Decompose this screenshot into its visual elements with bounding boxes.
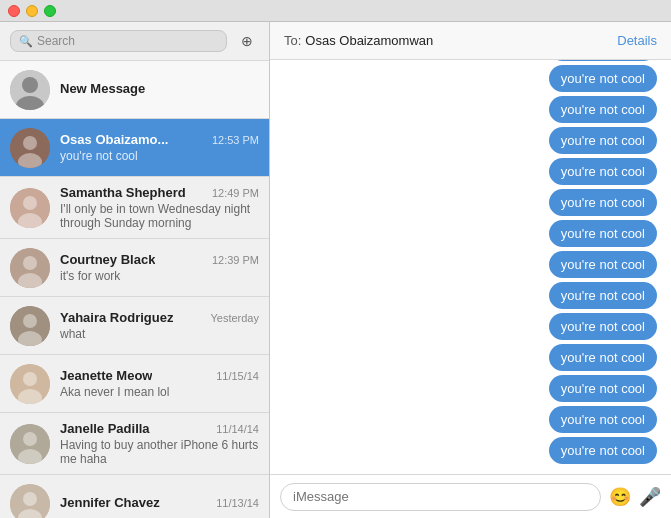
conv-preview: you're not cool <box>60 149 259 163</box>
search-placeholder: Search <box>37 34 75 48</box>
conv-time: Yesterday <box>210 312 259 324</box>
conv-name: Samantha Shepherd <box>60 185 186 200</box>
message-bubble: you're not cool <box>549 375 657 402</box>
conv-time: 11/14/14 <box>216 423 259 435</box>
conv-top: Courtney Black12:39 PM <box>60 252 259 267</box>
svg-point-13 <box>23 314 37 328</box>
compose-icon: ⊕ <box>241 33 253 49</box>
details-button[interactable]: Details <box>617 33 657 48</box>
conv-content-jeanette: Jeanette Meow11/15/14Aka never I mean lo… <box>60 368 259 399</box>
conv-preview: Aka never I mean lol <box>60 385 259 399</box>
message-bubble: you're not cool <box>549 406 657 433</box>
message-input[interactable] <box>280 483 601 511</box>
title-bar <box>0 0 671 22</box>
maximize-button[interactable] <box>44 5 56 17</box>
chat-header: To: Osas Obaizamomwan Details <box>270 22 671 60</box>
svg-point-22 <box>23 492 37 506</box>
message-bubble: you're not cool <box>549 158 657 185</box>
chat-messages: you're not coolyou're not coolyou're not… <box>270 60 671 474</box>
conv-time: 11/13/14 <box>216 497 259 509</box>
conv-name: Jeanette Meow <box>60 368 152 383</box>
conv-top: Samantha Shepherd12:49 PM <box>60 185 259 200</box>
svg-point-19 <box>23 432 37 446</box>
app-body: 🔍 Search ⊕ New Message <box>0 22 671 518</box>
message-bubble: you're not cool <box>549 65 657 92</box>
conv-preview: I'll only be in town Wednesday night thr… <box>60 202 259 230</box>
avatar <box>10 70 50 110</box>
message-bubble: you're not cool <box>549 437 657 464</box>
traffic-lights <box>8 5 56 17</box>
conv-top: New Message <box>60 81 259 96</box>
conv-time: 12:49 PM <box>212 187 259 199</box>
svg-point-4 <box>23 136 37 150</box>
conv-name: Jennifer Chavez <box>60 495 160 510</box>
message-bubble: you're not cool <box>549 344 657 371</box>
conv-top: Janelle Padilla11/14/14 <box>60 421 259 436</box>
conv-top: Jeanette Meow11/15/14 <box>60 368 259 383</box>
conv-preview: what <box>60 327 259 341</box>
avatar <box>10 188 50 228</box>
conv-content-jennifer: Jennifer Chavez11/13/14 <box>60 495 259 512</box>
conv-item-courtney[interactable]: Courtney Black12:39 PMit's for work <box>0 239 269 297</box>
conv-time: 12:53 PM <box>212 134 259 146</box>
avatar <box>10 424 50 464</box>
message-bubble: you're not cool <box>549 313 657 340</box>
message-bubble: you're not cool <box>549 60 657 61</box>
conv-item-jeanette[interactable]: Jeanette Meow11/15/14Aka never I mean lo… <box>0 355 269 413</box>
avatar <box>10 128 50 168</box>
conv-name: Yahaira Rodriguez <box>60 310 173 325</box>
sidebar-header: 🔍 Search ⊕ <box>0 22 269 61</box>
svg-point-16 <box>23 372 37 386</box>
message-bubble: you're not cool <box>549 251 657 278</box>
conv-item-osas[interactable]: Osas Obaizamo...12:53 PMyou're not cool <box>0 119 269 177</box>
new-message-content: New Message <box>60 81 259 98</box>
chat-recipient: Osas Obaizamomwan <box>305 33 433 48</box>
message-bubble: you're not cool <box>549 127 657 154</box>
conv-top: Osas Obaizamo...12:53 PM <box>60 132 259 147</box>
message-bubble: you're not cool <box>549 220 657 247</box>
mic-button[interactable]: 🎤 <box>639 486 661 508</box>
compose-button[interactable]: ⊕ <box>235 30 259 52</box>
avatar <box>10 306 50 346</box>
avatar <box>10 484 50 519</box>
conv-content-janelle: Janelle Padilla11/14/14Having to buy ano… <box>60 421 259 466</box>
svg-point-10 <box>23 256 37 270</box>
avatar <box>10 364 50 404</box>
conversation-list: New Message Osas Obaizamo...12:53 PMyou'… <box>0 61 269 518</box>
conv-name: New Message <box>60 81 145 96</box>
conv-content-courtney: Courtney Black12:39 PMit's for work <box>60 252 259 283</box>
conv-name: Janelle Padilla <box>60 421 150 436</box>
conv-name: Courtney Black <box>60 252 155 267</box>
conv-top: Yahaira RodriguezYesterday <box>60 310 259 325</box>
conv-item-samantha[interactable]: Samantha Shepherd12:49 PMI'll only be in… <box>0 177 269 239</box>
new-message-item[interactable]: New Message <box>0 61 269 119</box>
message-bubble: you're not cool <box>549 282 657 309</box>
conv-item-yahaira[interactable]: Yahaira RodriguezYesterdaywhat <box>0 297 269 355</box>
avatar <box>10 248 50 288</box>
search-bar[interactable]: 🔍 Search <box>10 30 227 52</box>
conv-top: Jennifer Chavez11/13/14 <box>60 495 259 510</box>
conv-item-janelle[interactable]: Janelle Padilla11/14/14Having to buy ano… <box>0 413 269 475</box>
to-label: To: <box>284 33 301 48</box>
conv-content-samantha: Samantha Shepherd12:49 PMI'll only be in… <box>60 185 259 230</box>
conv-name: Osas Obaizamo... <box>60 132 168 147</box>
chat-input-area: 😊 🎤 <box>270 474 671 518</box>
conv-item-jennifer[interactable]: Jennifer Chavez11/13/14 <box>0 475 269 518</box>
minimize-button[interactable] <box>26 5 38 17</box>
search-icon: 🔍 <box>19 35 33 48</box>
conv-time: 12:39 PM <box>212 254 259 266</box>
emoji-button[interactable]: 😊 <box>609 486 631 508</box>
message-bubble: you're not cool <box>549 189 657 216</box>
chat-area: To: Osas Obaizamomwan Details you're not… <box>270 22 671 518</box>
conv-time: 11/15/14 <box>216 370 259 382</box>
message-bubble: you're not cool <box>549 96 657 123</box>
conv-preview: it's for work <box>60 269 259 283</box>
sidebar: 🔍 Search ⊕ New Message <box>0 22 270 518</box>
svg-point-7 <box>23 196 37 210</box>
close-button[interactable] <box>8 5 20 17</box>
conv-preview: Having to buy another iPhone 6 hurts me … <box>60 438 259 466</box>
svg-point-1 <box>22 77 38 93</box>
conv-content-yahaira: Yahaira RodriguezYesterdaywhat <box>60 310 259 341</box>
conv-content-osas: Osas Obaizamo...12:53 PMyou're not cool <box>60 132 259 163</box>
conversations-container: Osas Obaizamo...12:53 PMyou're not cool … <box>0 119 269 518</box>
